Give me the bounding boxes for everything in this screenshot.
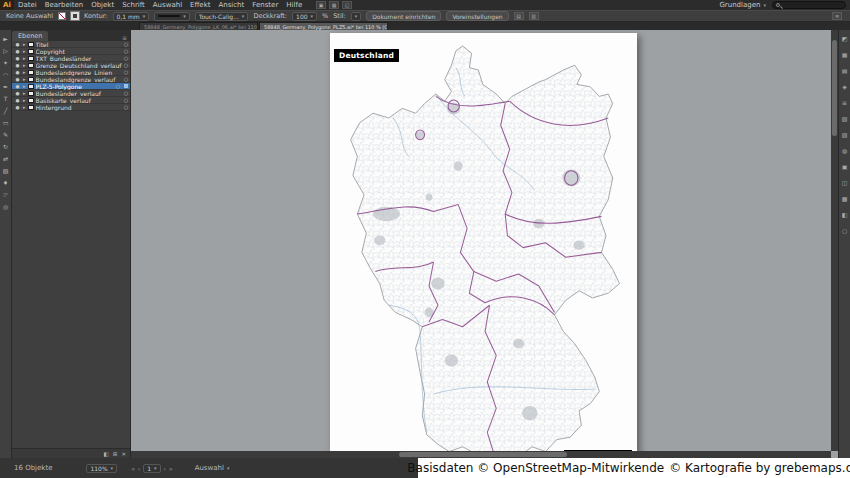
layer-thumbnail[interactable] (28, 49, 34, 54)
layer-visibility-icon[interactable]: ● (14, 70, 21, 75)
artboard[interactable]: Deutschland Basisdaten © OpenStreetMap-M… (330, 33, 637, 458)
width-profile-dropdown[interactable]: ▾ (154, 12, 190, 21)
layer-target-icon[interactable]: ○ (116, 83, 122, 89)
layer-expand-icon[interactable]: ▸ (23, 48, 26, 54)
layers-panel-icon[interactable]: ◫ (840, 179, 850, 187)
previous-artboard-icon[interactable]: ‹ (138, 465, 140, 472)
layer-thumbnail[interactable] (28, 56, 34, 61)
graphic-styles-panel-icon[interactable]: ▣ (840, 163, 850, 171)
gradient-tool-icon[interactable]: ▧ (1, 166, 11, 175)
layer-thumbnail[interactable] (28, 91, 34, 96)
layer-thumbnail[interactable] (28, 84, 34, 89)
horizontal-scrollbar-thumb[interactable] (399, 452, 567, 457)
appearance-panel-icon[interactable]: ◍ (840, 147, 850, 155)
layer-name[interactable]: Basiskarte_verlauf (36, 97, 122, 104)
layer-visibility-icon[interactable]: ● (14, 91, 21, 96)
layer-name[interactable]: PLZ-5-Polygone (36, 83, 114, 90)
zoom-level-dropdown[interactable]: 110% ▾ (86, 464, 117, 473)
layer-expand-icon[interactable]: ▸ (23, 97, 26, 103)
layer-name[interactable]: Bundeslandgrenze_Linien (36, 69, 122, 76)
layer-expand-icon[interactable]: ▸ (23, 90, 26, 96)
layer-target-icon[interactable]: ○ (124, 104, 130, 110)
menu-datei[interactable]: Datei (14, 0, 41, 10)
menu-hilfe[interactable]: Hilfe (282, 0, 306, 10)
layer-target-icon[interactable]: ○ (124, 48, 130, 54)
panel-menu-icon[interactable]: ≡ (832, 12, 842, 20)
style-dropdown[interactable]: ▾ (351, 12, 362, 21)
layer-target-icon[interactable]: ○ (124, 90, 130, 96)
preferences-button[interactable]: Voreinstellungen (446, 11, 508, 21)
direct-selection-tool-icon[interactable]: ▷ (1, 46, 11, 55)
menu-ansicht[interactable]: Ansicht (214, 0, 248, 10)
brushes-panel-icon[interactable]: ▤ (840, 67, 850, 75)
symbols-panel-icon[interactable]: ◈ (840, 83, 850, 91)
pathfinder-panel-icon[interactable]: ◧ (840, 211, 850, 219)
layer-name[interactable]: Grenze_Deutschland_verlauf (36, 62, 122, 69)
stroke-weight-dropdown[interactable]: 0,1 mm ▾ (113, 12, 150, 21)
document-tab-lk06[interactable]: 58848_Germany_Polygone_LK_06.ai* bei 110… (139, 22, 258, 30)
layer-visibility-icon[interactable]: ● (14, 56, 21, 61)
stroke-panel-icon[interactable]: ≡ (840, 99, 850, 107)
canvas-area[interactable]: Deutschland Basisdaten © OpenStreetMap-M… (131, 30, 838, 458)
eyedropper-tool-icon[interactable]: ♦ (1, 178, 11, 187)
workspace-switcher[interactable]: Grundlagen ▾ (719, 1, 766, 9)
menu-schrift[interactable]: Schrift (118, 0, 149, 10)
map-title-label[interactable]: Deutschland (334, 49, 399, 62)
layer-name[interactable]: Copyright (36, 48, 122, 55)
layer-expand-icon[interactable]: ▸ (23, 69, 26, 75)
brush-definition-dropdown[interactable]: Touch-Calig... ▾ (195, 12, 249, 21)
rotate-tool-icon[interactable]: ↻ (1, 142, 11, 151)
gradient-panel-icon[interactable]: ▧ (840, 115, 850, 123)
layer-thumbnail[interactable] (28, 98, 34, 103)
make-mask-icon[interactable]: ◧ (104, 451, 109, 457)
type-tool-icon[interactable]: T (1, 94, 11, 103)
navigator-panel-icon[interactable]: ○ (840, 227, 850, 235)
opacity-dropdown[interactable]: 100 ▾ (292, 12, 317, 21)
line-tool-icon[interactable]: ╱ (1, 106, 11, 115)
menu-objekt[interactable]: Objekt (87, 0, 118, 10)
layer-expand-icon[interactable]: ▸ (23, 62, 26, 68)
arrange-documents-icon[interactable]: ▦ (329, 1, 339, 9)
menu-fenster[interactable]: Fenster (248, 0, 282, 10)
first-artboard-icon[interactable]: « (131, 465, 135, 472)
vertical-scrollbar-thumb[interactable] (832, 40, 837, 136)
color-panel-icon[interactable]: ◩ (840, 35, 850, 43)
menu-bearbeiten[interactable]: Bearbeiten (41, 0, 87, 10)
layer-thumbnail[interactable] (28, 105, 34, 110)
rectangle-tool-icon[interactable]: ▭ (1, 118, 11, 127)
layer-visibility-icon[interactable]: ● (14, 77, 21, 82)
new-layer-icon[interactable]: ⊞ (113, 451, 118, 457)
layer-target-icon[interactable]: ○ (124, 55, 130, 61)
layer-visibility-icon[interactable]: ● (14, 105, 21, 110)
layer-expand-icon[interactable]: ▸ (23, 83, 26, 89)
layer-name[interactable]: TXT_Bundesländer (36, 55, 122, 62)
align-panel-icon[interactable]: ▩ (840, 195, 850, 203)
layer-target-icon[interactable]: ○ (124, 62, 130, 68)
document-tab-plz5-active[interactable]: 58848_Germany_Polygone_PLZ5.ai* bei 110 … (259, 22, 388, 30)
tab-ebenen[interactable]: Ebenen (12, 31, 48, 41)
distribute-icon[interactable]: ▥ (529, 12, 539, 20)
artboard-number-dropdown[interactable]: 1 ▾ (143, 464, 160, 473)
layer-expand-icon[interactable]: ▸ (23, 55, 26, 61)
hand-tool-icon[interactable]: ☞ (1, 190, 11, 199)
document-setup-button[interactable]: Dokument einrichten (366, 11, 441, 21)
fill-color-swatch[interactable] (58, 12, 66, 20)
transparency-panel-icon[interactable]: ▨ (840, 131, 850, 139)
last-artboard-icon[interactable]: » (169, 465, 173, 472)
bridge-icon[interactable]: ▣ (316, 1, 326, 9)
layer-thumbnail[interactable] (28, 70, 34, 75)
status-readout[interactable]: Auswahl ▾ (195, 464, 230, 472)
germany-plz-map[interactable] (336, 33, 631, 458)
menu-auswahl[interactable]: Auswahl (149, 0, 186, 10)
search-input[interactable] (783, 2, 842, 8)
layer-expand-icon[interactable]: ▸ (23, 104, 26, 110)
swatches-panel-icon[interactable]: ▦ (840, 51, 850, 59)
layer-thumbnail[interactable] (28, 63, 34, 68)
layer-name[interactable]: Bundesländer_verlauf (36, 90, 122, 97)
pencil-tool-icon[interactable]: ✎ (1, 130, 11, 139)
menu-effekt[interactable]: Effekt (186, 0, 214, 10)
layer-target-icon[interactable]: ○ (124, 69, 130, 75)
next-artboard-icon[interactable]: › (164, 465, 166, 472)
layer-target-icon[interactable]: ○ (124, 97, 130, 103)
layer-target-icon[interactable]: ○ (124, 41, 130, 47)
